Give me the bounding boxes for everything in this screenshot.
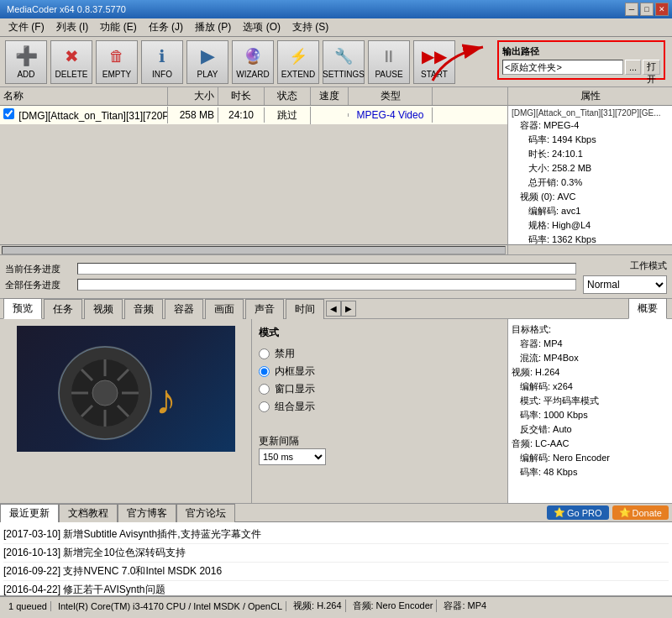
news-item-2: [2016-09-22] 支持NVENC 7.0和Intel MSDK 2016 — [3, 563, 669, 581]
file-name-cell: [DMG][Attack_on_Titan][31][720P... — [0, 107, 168, 123]
tab-arrow-left[interactable]: ◀ — [326, 301, 341, 317]
all-task-label: 全部任务进度 — [5, 279, 72, 291]
tab-sound[interactable]: 声音 — [245, 299, 284, 319]
prop-profile: 规格: High@L4 — [512, 218, 669, 233]
radio-disabled-input[interactable] — [259, 348, 270, 359]
tab-arrow-right[interactable]: ▶ — [341, 301, 356, 317]
close-button[interactable]: ✕ — [655, 3, 669, 16]
radio-window-input[interactable] — [259, 384, 270, 395]
all-task-bar — [77, 279, 576, 291]
output-path-input[interactable] — [502, 60, 623, 75]
news-tab-updates[interactable]: 最近更新 — [0, 504, 59, 522]
play-button[interactable]: ▶ PLAY — [186, 40, 228, 84]
lower-content: ♪ 模式 禁用 内框显示 窗口显示 组合显示 更新间隔 — [0, 319, 672, 504]
output-path-label: 输出路径 — [502, 45, 660, 58]
file-checkbox[interactable] — [3, 108, 14, 119]
current-task-progress-row: 当前任务进度 — [5, 263, 576, 275]
news-area: 最近更新 文档教程 官方博客 官方论坛 ⭐ Go PRO ⭐ Donate [2… — [0, 504, 672, 596]
empty-icon: 🗑 — [105, 45, 129, 68]
donate-button[interactable]: ⭐ Donate — [612, 505, 669, 520]
prop-size: 大小: 258.2 MB — [512, 161, 669, 175]
go-pro-icon: ⭐ — [554, 507, 565, 518]
tab-video[interactable]: 视频 — [84, 299, 123, 319]
prop-vbitrate: 码率: 1362 Kbps — [512, 233, 669, 244]
file-list-body: [DMG][Attack_on_Titan][31][720P... 258 M… — [0, 106, 507, 244]
summary-line-5: 模式: 平均码率模式 — [512, 394, 669, 408]
tab-preview[interactable]: 预览 — [3, 298, 42, 319]
menu-task[interactable]: 任务 (J) — [144, 18, 188, 36]
h-scrollbar[interactable] — [0, 244, 507, 254]
all-task-progress-row: 全部任务进度 — [5, 279, 576, 291]
prop-codec: 编解码: avc1 — [512, 204, 669, 218]
start-button[interactable]: ▶▶ START — [413, 40, 455, 84]
tab-picture[interactable]: 画面 — [205, 299, 244, 319]
output-path-open-button[interactable]: 打开 — [643, 60, 660, 75]
start-icon: ▶▶ — [423, 45, 446, 68]
radio-combined[interactable]: 组合显示 — [259, 400, 501, 414]
wizard-icon: 🔮 — [241, 45, 265, 68]
col-header-size: 大小 — [168, 87, 218, 105]
work-mode-select[interactable]: Normal Batch Server — [583, 275, 667, 294]
radio-window[interactable]: 窗口显示 — [259, 382, 501, 396]
radio-disabled[interactable]: 禁用 — [259, 347, 501, 361]
info-button[interactable]: ℹ INFO — [141, 40, 183, 84]
menu-play[interactable]: 播放 (P) — [190, 18, 236, 36]
tab-summary[interactable]: 概要 — [628, 298, 667, 319]
col-header-speed: 速度 — [311, 87, 349, 105]
delete-button[interactable]: ✖ DELETE — [50, 40, 92, 84]
toolbar: ➕ ADD ✖ DELETE 🗑 EMPTY ℹ INFO ▶ PLAY 🔮 W… — [0, 37, 672, 87]
wizard-button[interactable]: 🔮 WIZARD — [232, 40, 274, 84]
empty-button[interactable]: 🗑 EMPTY — [96, 40, 138, 84]
menu-list[interactable]: 列表 (I) — [51, 18, 94, 36]
properties-body[interactable]: [DMG][Attack_on_Titan][31][720P][GE... 容… — [508, 106, 672, 244]
menu-function[interactable]: 功能 (E) — [95, 18, 141, 36]
output-path-browse-button[interactable]: ... — [625, 60, 641, 75]
go-pro-button[interactable]: ⭐ Go PRO — [547, 505, 609, 520]
menu-support[interactable]: 支持 (S) — [287, 18, 333, 36]
file-type-cell: MPEG-4 Video — [349, 107, 433, 123]
maximize-button[interactable]: □ — [640, 3, 654, 16]
tab-time[interactable]: 时间 — [286, 299, 324, 319]
add-button[interactable]: ➕ ADD — [5, 40, 47, 84]
summary-line-2: 混流: MP4Box — [512, 351, 669, 365]
news-tab-blog[interactable]: 官方博客 — [118, 504, 176, 522]
pause-button[interactable]: ⏸ PAUSE — [368, 40, 410, 84]
tab-container[interactable]: 容器 — [165, 299, 203, 319]
news-tab-docs[interactable]: 文档教程 — [59, 504, 118, 522]
news-tab-forum[interactable]: 官方论坛 — [176, 504, 235, 522]
table-row[interactable]: [DMG][Attack_on_Titan][31][720P... 258 M… — [0, 106, 507, 124]
radio-combined-input[interactable] — [259, 401, 270, 412]
work-mode-area: 工作模式 Normal Batch Server — [583, 259, 667, 294]
mode-panel: 模式 禁用 内框显示 窗口显示 组合显示 更新间隔 150 ms — [252, 319, 508, 503]
prop-duration: 时长: 24:10.1 — [512, 147, 669, 161]
menu-options[interactable]: 选项 (O) — [238, 18, 286, 36]
pause-icon: ⏸ — [377, 45, 401, 68]
file-duration-cell: 24:10 — [218, 107, 265, 123]
status-queued: 1 queued — [5, 601, 51, 611]
summary-line-4: 编解码: x264 — [512, 380, 669, 394]
radio-inner[interactable]: 内框显示 — [259, 364, 501, 379]
prop-filename: [DMG][Attack_on_Titan][31][720P][GE... — [512, 107, 669, 118]
extend-button[interactable]: ⚡ EXTEND — [277, 40, 319, 84]
update-interval-select[interactable]: 150 ms 300 ms 500 ms 1000 ms — [259, 448, 326, 465]
file-list: 名称 大小 时长 状态 速度 类型 [DMG][Attack_on_Titan]… — [0, 87, 508, 254]
prop-h-scrollbar[interactable] — [508, 244, 672, 254]
file-status-cell: 跳过 — [265, 107, 311, 124]
radio-inner-input[interactable] — [259, 366, 270, 377]
news-tabs-bar: 最近更新 文档教程 官方博客 官方论坛 ⭐ Go PRO ⭐ Donate — [0, 504, 672, 522]
extend-icon: ⚡ — [286, 45, 310, 68]
status-bar: 1 queued Intel(R) Core(TM) i3-4170 CPU /… — [0, 596, 672, 615]
menu-file[interactable]: 文件 (F) — [3, 18, 50, 36]
donate-icon: ⭐ — [619, 507, 631, 518]
output-path-box: 输出路径 ... 打开 — [497, 40, 665, 80]
update-interval-area: 更新间隔 150 ms 300 ms 500 ms 1000 ms — [259, 427, 501, 465]
tab-audio[interactable]: 音频 — [124, 299, 163, 319]
prop-container: 容器: MPEG-4 — [512, 118, 669, 133]
minimize-button[interactable]: ─ — [625, 3, 638, 16]
col-header-name: 名称 — [0, 87, 168, 105]
prop-overhead: 总开销: 0.3% — [512, 175, 669, 190]
tab-task[interactable]: 任务 — [44, 299, 82, 319]
status-container: 容器: MP4 — [440, 600, 490, 612]
summary-body[interactable]: 目标格式: 容器: MP4 混流: MP4Box 视频: H.264 编解码: … — [508, 319, 672, 503]
settings-button[interactable]: 🔧 SETTINGS — [323, 40, 365, 84]
